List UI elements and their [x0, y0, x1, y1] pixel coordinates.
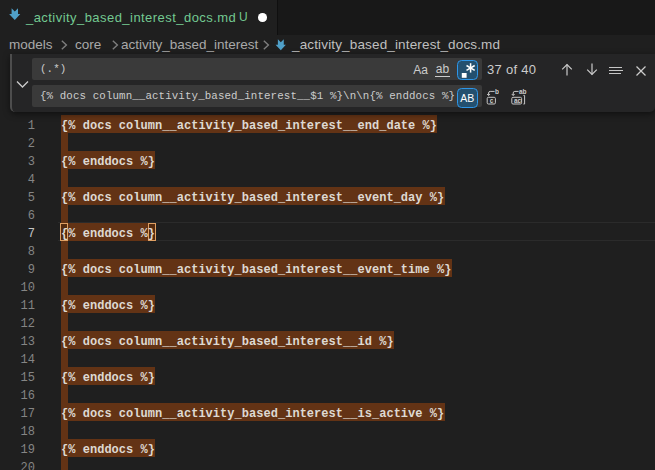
svg-text:b: b [495, 89, 499, 95]
svg-text:ab: ab [519, 89, 527, 95]
svg-text:c: c [490, 97, 494, 104]
svg-text:ac: ac [514, 97, 522, 104]
